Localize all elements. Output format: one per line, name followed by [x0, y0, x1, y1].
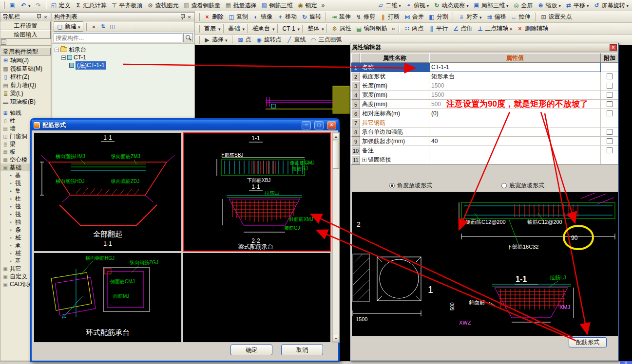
extra-checkbox[interactable]: [607, 147, 613, 153]
extra-checkbox[interactable]: [607, 110, 613, 116]
collapse-icon[interactable]: [55, 48, 59, 52]
column-header-extra[interactable]: 附加: [601, 53, 618, 63]
rebar-style-option-ring[interactable]: 横向钢筋HGJ 纵向钢筋ZGJ 侧面筋CMJ 面筋MJ 环式配筋承台: [34, 253, 182, 343]
delete-button[interactable]: ×删除: [202, 12, 226, 21]
toolbar-grip[interactable]: [198, 36, 200, 44]
rebar-dialog-titlebar[interactable]: 配筋形式: [32, 120, 338, 130]
rebar-style-option-empty[interactable]: [183, 253, 331, 343]
zoom-button[interactable]: ⊕缩放: [535, 1, 563, 10]
tree-node-group[interactable]: CT-1: [53, 54, 194, 61]
dropdown-arrow-icon[interactable]: [479, 14, 482, 20]
top-view-button[interactable]: ◓俯视: [403, 1, 431, 10]
local-3d-button[interactable]: ▣局部三维: [471, 1, 511, 10]
save-button[interactable]: ▣: [7, 1, 18, 9]
nav-item-beam[interactable]: ≣梁(L): [0, 90, 51, 98]
property-value-cell[interactable]: 矩形承台: [429, 72, 601, 81]
two-point-button[interactable]: ∷两点: [402, 24, 425, 33]
expand-icon[interactable]: [362, 158, 366, 162]
extra-checkbox[interactable]: [607, 129, 613, 135]
nav-item-shear-wall[interactable]: ▤剪力墙(Q): [0, 81, 51, 90]
toolbar-grip[interactable]: [3, 1, 5, 9]
scroll-down-icon[interactable]: [333, 335, 339, 342]
scroll-up-icon[interactable]: [333, 133, 339, 140]
dropdown-arrow-icon[interactable]: [626, 2, 629, 9]
cancel-button[interactable]: 取消: [281, 345, 323, 355]
dropdown-arrow-icon[interactable]: [506, 2, 509, 9]
nav-item-frame-column[interactable]: ▯框柱(Z): [0, 73, 51, 81]
tree-node-leaf-selected[interactable]: (底)CT-1-1: [53, 61, 194, 69]
delete-component-icon[interactable]: ×: [90, 23, 98, 31]
extra-checkbox[interactable]: [607, 138, 613, 144]
extra-checkbox[interactable]: [607, 73, 613, 79]
common-types-header[interactable]: 常用构件类型: [0, 48, 51, 55]
extra-checkbox[interactable]: [607, 83, 613, 89]
toolbar-grip[interactable]: [198, 25, 200, 33]
property-value-cell[interactable]: 40: [429, 137, 601, 146]
define-button[interactable]: ◱定义: [49, 1, 73, 10]
stretch-button[interactable]: ↔拉伸: [509, 12, 536, 21]
screen-rotate-button[interactable]: ↺屏幕旋转: [591, 1, 631, 10]
minimize-icon[interactable]: [302, 121, 311, 129]
close-icon[interactable]: [186, 14, 192, 20]
parallel-button[interactable]: ∥平行: [426, 24, 450, 33]
split-button[interactable]: ◧分割: [426, 12, 453, 21]
tree-node-root[interactable]: 桩承台: [53, 46, 194, 54]
dropdown-arrow-icon[interactable]: [322, 25, 324, 32]
rebar-style-option-beam-selected[interactable]: 1-1 上部筋SBJ 侧面筋CMJ 箍筋GJ 下部筋XBJ 1-1 拉: [183, 132, 331, 252]
tab-drawing-input[interactable]: 绘图输入: [0, 30, 51, 39]
dropdown-arrow-icon[interactable]: [558, 2, 561, 9]
dropdown-arrow-icon[interactable]: [78, 23, 80, 30]
properties-button[interactable]: ⚙属性: [329, 24, 353, 33]
rebar-form-button[interactable]: 配筋形式: [569, 337, 607, 347]
nav-item-axis-net[interactable]: ⊞轴网(J): [0, 56, 51, 65]
floor-combo[interactable]: 首层: [202, 24, 224, 33]
property-value-cell[interactable]: [429, 127, 601, 137]
close-icon[interactable]: [42, 14, 49, 20]
toolbar-grip[interactable]: [198, 13, 200, 21]
fullscreen-button[interactable]: ◎全屏: [511, 1, 535, 10]
dropdown-arrow-icon[interactable]: [243, 25, 245, 32]
move-button[interactable]: +移动: [275, 12, 299, 21]
pin-icon[interactable]: [180, 14, 185, 19]
three-point-aux-button[interactable]: ⊥三点辅轴: [475, 24, 514, 33]
property-value-cell[interactable]: (0): [429, 109, 601, 118]
property-value-cell[interactable]: 1500: [429, 91, 601, 100]
dropdown-arrow-icon[interactable]: [399, 2, 401, 9]
cat-axis[interactable]: ⊞轴线: [0, 109, 51, 117]
ime-indicator[interactable]: 国: [620, 361, 632, 364]
rebar-3d-button[interactable]: ▧钢筋三维: [259, 1, 295, 10]
scrollbar-thumb[interactable]: [333, 141, 339, 169]
point-draw-button[interactable]: ⊠点: [235, 35, 253, 44]
宽度(mm)[interactable]: 4 宽度(mm) 1500: [351, 91, 618, 100]
property-value-cell[interactable]: 500: [429, 100, 601, 109]
相对底标高(m)[interactable]: 6 相对底标高(m) (0): [351, 109, 618, 118]
close-icon[interactable]: [610, 44, 617, 51]
锚固搭接[interactable]: 11 锚固搭接: [351, 155, 618, 164]
arc3-button[interactable]: ◠三点画弧: [308, 35, 344, 44]
rotate-point-button[interactable]: ◉旋转点: [254, 35, 284, 44]
summary-calc-button[interactable]: Σ汇总计算: [73, 1, 109, 10]
copy-button[interactable]: ◫复制: [226, 12, 250, 21]
sort-components-icon[interactable]: ⇅: [99, 23, 107, 31]
mirror-button[interactable]: ◐镜像: [250, 12, 274, 21]
display-mode-combo[interactable]: 整体: [305, 24, 327, 33]
extend-button[interactable]: ⇥延伸: [329, 12, 353, 21]
overflow-chevron[interactable]: »: [320, 2, 327, 9]
trim-button[interactable]: ↯修剪: [353, 12, 377, 21]
type-combo[interactable]: 桩承台: [250, 24, 278, 33]
category-combo[interactable]: 基础: [226, 24, 248, 33]
extra-checkbox[interactable]: [607, 101, 613, 107]
property-value-cell[interactable]: CT-1-1: [429, 63, 601, 72]
view-2d-button[interactable]: ▱二维: [375, 1, 403, 10]
dialog-scrollbar[interactable]: [332, 132, 340, 343]
nav-item-raft-foundation[interactable]: ▦筏板基础(M): [0, 65, 51, 73]
dropdown-arrow-icon[interactable]: [587, 2, 589, 9]
overflow-chevron[interactable]: »: [390, 25, 397, 32]
rebar-style-option-all-bent[interactable]: 1-1 横向面筋HMJ 纵向面筋ZMJ 横向底筋HDJ 纵向底筋ZDJ 全部翻起: [34, 132, 182, 252]
dropdown-arrow-icon[interactable]: [225, 36, 228, 43]
pan-button[interactable]: ⇄平移: [563, 1, 591, 10]
batch-select-button[interactable]: ▦批量选择: [223, 1, 259, 10]
point-angle-button[interactable]: ∠点角: [450, 24, 474, 33]
高度(mm)[interactable]: 5 高度(mm) 500: [351, 100, 618, 109]
break-button[interactable]: ∦打断: [378, 12, 402, 21]
